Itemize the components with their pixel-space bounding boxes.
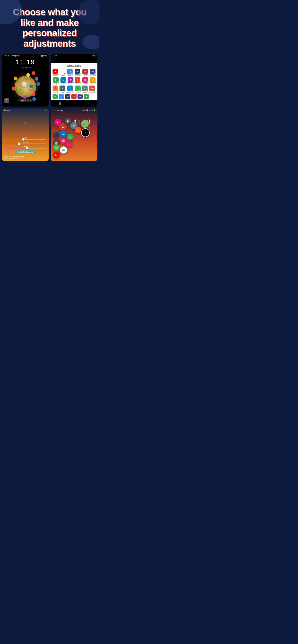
app-item-calendar[interactable]: 📅 Calendar <box>66 69 73 76</box>
rain-size-label: Size <box>4 137 46 139</box>
app-icon-real4d: 🌸 <box>82 77 88 83</box>
app-icon-samsung-int: 🌐 <box>67 86 73 91</box>
city-ball-unity: △ <box>81 128 90 137</box>
remove-icon-1[interactable]: × <box>56 94 58 95</box>
rain-size-row: Size <box>4 137 46 140</box>
raindrop-4 <box>35 127 35 129</box>
city-ball-yt: ▶ <box>53 152 60 158</box>
app-icon-galaxy: 🛍 <box>90 69 95 74</box>
back-icon[interactable]: ‹ <box>53 58 54 62</box>
app-ball-8: 🟠 <box>12 75 19 82</box>
remove-icon-4[interactable]: × <box>75 94 77 95</box>
rain-size-thumb[interactable] <box>22 138 25 141</box>
city-ball-flower: 🌸 <box>60 138 67 144</box>
app-item-youtube[interactable]: ▶ YouTube <box>52 69 59 76</box>
rain-blur-track[interactable] <box>4 148 46 148</box>
apps-grid-row2: ▶ Google Play... ☁ OneDrive 💬 <box>52 77 96 84</box>
app-check-gallery <box>94 82 96 84</box>
status-bar-2: 11:15 95% <box>51 54 97 58</box>
app-item-contacts[interactable]: 👤 Contacts <box>52 86 59 93</box>
app-icon-calendar: 📅 <box>67 69 73 74</box>
app-item-email[interactable]: ✉ Email <box>82 69 89 76</box>
rain-blur-fill <box>4 148 27 148</box>
app-check-clock <box>64 90 66 92</box>
app-check-settings <box>86 90 88 92</box>
city-ball-play: ▶ <box>67 134 74 140</box>
nav-bar: ||| ○ ‹ <box>51 100 97 106</box>
selected-icon-2[interactable]: 2 × <box>59 94 64 99</box>
background-thumbnail[interactable] <box>63 100 69 100</box>
app-item-clash[interactable]: 🐱 Clash for An... <box>74 69 81 76</box>
decorative-blob-tr <box>78 0 99 24</box>
app-icon-messages: 💬 <box>68 77 73 83</box>
app-item-play[interactable]: ▶ Google Play... <box>52 77 60 84</box>
app-ball-4: 🟡 <box>25 71 32 79</box>
app-item-onedrive[interactable]: ☁ OneDrive <box>60 77 67 84</box>
remove-icon-6[interactable]: × <box>88 94 89 95</box>
app-check-samsung-int <box>72 90 73 92</box>
nav-back-icon[interactable]: ‹ <box>89 102 89 105</box>
app-item-phone[interactable]: 📞 Phone <box>74 86 81 93</box>
selected-icon-1[interactable]: G × <box>53 94 58 99</box>
back-bar[interactable]: ‹ <box>51 58 97 63</box>
city-ball-wps: W <box>59 123 67 131</box>
select-background-button[interactable]: Select background <box>14 150 36 154</box>
hero-section: Choose what you like and make personaliz… <box>0 0 99 54</box>
raindrop-2 <box>16 124 16 126</box>
rain-size-fill <box>4 139 23 140</box>
decorative-blob-br <box>83 35 99 49</box>
app-item-samsung-int[interactable]: 🌐 Samsung Int... <box>66 86 74 93</box>
selected-icon-5[interactable]: 🛍 × <box>77 94 83 99</box>
remove-icon-5[interactable]: × <box>81 94 83 95</box>
app-label-google: Google <box>59 75 66 76</box>
app-item-gallery[interactable]: 🖼 Gallery <box>89 77 96 84</box>
rain-blur-thumb[interactable] <box>26 147 29 149</box>
selected-icon-4[interactable]: ✉ × <box>71 94 77 99</box>
app-item-samsung-fr[interactable]: FREE Samsung Fr... <box>89 86 96 93</box>
app-icon-clock: ⏰ <box>60 86 65 91</box>
city-ball-opera: 🌀 <box>60 146 67 154</box>
screen-lockscreen: No SIM | Emergency 📶 96% 11:19 Thu, June… <box>2 54 49 106</box>
selected-icon-3[interactable]: 🐱 × <box>65 94 70 99</box>
rain-speed-thumb[interactable] <box>18 142 20 145</box>
app-check-messages <box>72 82 74 84</box>
app-check-real4d <box>87 82 89 84</box>
app-item-settings[interactable]: ⚙ Settings <box>81 86 88 93</box>
city-ball-onedrive: ☁ <box>60 130 67 137</box>
app-item-real4d[interactable]: 🌸 Real4d Wall... <box>81 77 89 84</box>
rain-controls: Size Speed Blur Select <box>2 137 49 154</box>
app-icon-play: ▶ <box>53 77 59 83</box>
nav-home-icon[interactable]: ○ <box>74 102 76 105</box>
city-ball-menu: ⋮ <box>53 132 59 138</box>
app-check-google <box>64 73 66 75</box>
app-item-messages[interactable]: 💬 Messages <box>67 77 74 84</box>
apps-grid-row1: ▶ YouTube G Google 📅 <box>52 69 96 76</box>
app-icon-gallery: 🖼 <box>90 77 95 83</box>
remove-icon-3[interactable]: × <box>69 94 71 95</box>
bg-remove-icon[interactable] <box>67 100 69 100</box>
rain-status-right: 🔋 <box>45 110 47 111</box>
rain-subtitle: Real4d Wallpaper <box>4 158 25 159</box>
app-ball-2: 🟣 <box>34 76 40 82</box>
app-item-google[interactable]: G Google <box>59 69 66 76</box>
selected-icon-6[interactable]: ▶ × <box>84 94 89 99</box>
city-ball-frog: 🐸 <box>53 144 60 151</box>
apps-grid-row3: 👤 Contacts ⏰ Clock 🌐 <box>52 86 96 93</box>
app-ball-10: 🔴 <box>10 86 17 92</box>
app-item-clock[interactable]: ⏰ Clock <box>59 86 66 93</box>
select-apps-sheet: Select apps ▶ YouTube G Google <box>51 63 97 100</box>
app-icon-contacts: 👤 <box>53 86 58 91</box>
remove-icon-2[interactable]: × <box>63 94 65 95</box>
screens-grid: No SIM | Emergency 📶 96% 11:19 Thu, June… <box>0 54 99 166</box>
rain-speed-track[interactable] <box>4 144 46 144</box>
city-ball-android: 🤖 <box>81 120 89 128</box>
app-item-gmail[interactable]: M Gmail <box>74 77 81 84</box>
raindrop-5 <box>42 130 42 132</box>
app-check-onedrive <box>65 82 67 84</box>
nav-menu-icon[interactable]: ||| <box>59 102 61 105</box>
rain-blur-row: Blur <box>4 146 46 148</box>
rain-size-track[interactable] <box>4 139 46 140</box>
raindrop-1 <box>9 119 9 121</box>
app-icon-youtube: ▶ <box>53 69 58 74</box>
app-item-galaxy[interactable]: 🛍 Galaxy Store <box>89 69 96 76</box>
